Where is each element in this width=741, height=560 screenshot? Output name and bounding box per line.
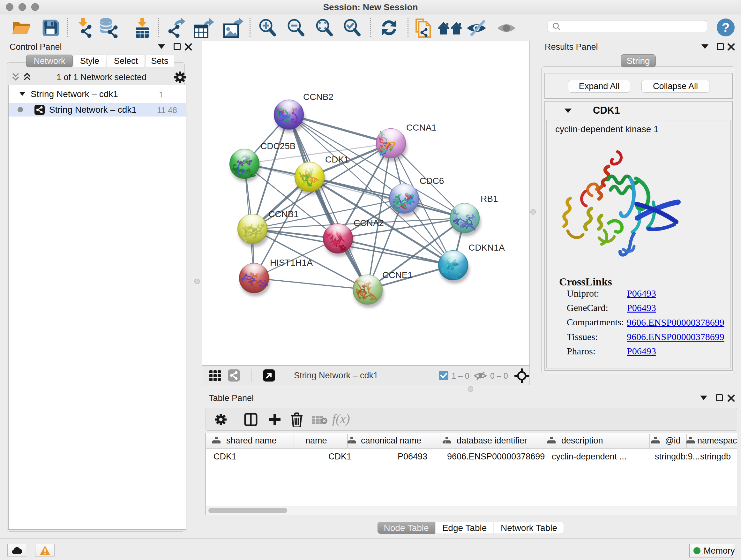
svg-text:CCNB2: CCNB2 bbox=[303, 92, 333, 102]
svg-text:CDC6: CDC6 bbox=[420, 176, 444, 186]
svg-text:CDK1: CDK1 bbox=[325, 154, 349, 165]
svg-text:CCNB1: CCNB1 bbox=[268, 209, 299, 219]
svg-text:CCNA1: CCNA1 bbox=[406, 123, 436, 132]
svg-text:?: ? bbox=[722, 20, 730, 35]
svg-text:CDC25B: CDC25B bbox=[260, 141, 295, 151]
svg-text:HIST1H1A: HIST1H1A bbox=[270, 258, 313, 267]
svg-text:RB1: RB1 bbox=[481, 194, 498, 204]
svg-text:CCNE1: CCNE1 bbox=[382, 270, 413, 280]
svg-text:CDKN1A: CDKN1A bbox=[468, 243, 505, 253]
svg-text:CCNA2: CCNA2 bbox=[354, 218, 384, 228]
